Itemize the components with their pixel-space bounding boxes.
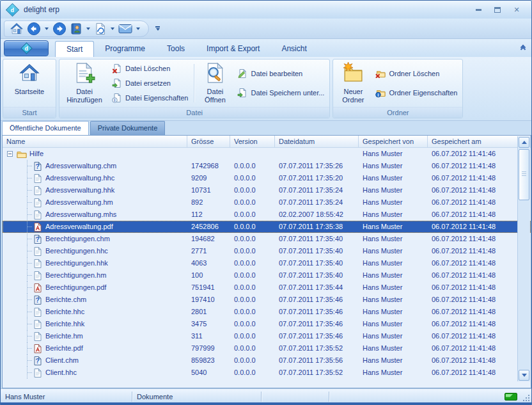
file-row[interactable]: ?Client.chm8598230.0.0.007.07.2011 17:35… <box>3 354 531 367</box>
maximize-button[interactable] <box>492 5 503 14</box>
document-open-icon <box>204 62 226 86</box>
file-row[interactable]: Adressverwaltung.hhk107310.0.0.007.07.20… <box>3 184 531 196</box>
tab-ansicht[interactable]: Ansicht <box>270 41 317 57</box>
file-row[interactable]: Adressverwaltung.mhs1120.0.0.002.02.2007… <box>3 209 531 221</box>
tab-private-dokumente[interactable]: Private Dokumente <box>90 121 166 135</box>
datei-oeffnen-button[interactable]: Datei Öffnen <box>196 60 233 106</box>
datei-speichern-unter-label: Datei Speichern unter... <box>251 89 324 97</box>
svg-text:?: ? <box>36 163 40 170</box>
column-header-groesse[interactable]: Grösse <box>187 136 230 147</box>
column-header-dateidatum[interactable]: Dateidatum <box>275 136 359 147</box>
tab-tools[interactable]: Tools <box>156 41 196 57</box>
back-dropdown-arrow-icon[interactable] <box>45 28 49 30</box>
arrow-down-icon <box>522 374 527 377</box>
tab-import-export[interactable]: Import & Export <box>196 41 270 57</box>
saved-by: Hans Muster <box>359 367 428 379</box>
file-name: Berechtigungen.hhc <box>45 245 108 257</box>
file-row[interactable]: Berechtigungen.hhk40630.0.0.007.07.2011 … <box>3 257 531 269</box>
saved-by: Hans Muster <box>359 209 428 221</box>
name-cell: ?Berichte.chm <box>3 294 187 306</box>
ordner-loeschen-button[interactable]: Ordner Löschen <box>375 67 457 80</box>
file-row[interactable]: ?Berichte.chm1974100.0.0.007.07.2011 17:… <box>3 294 531 306</box>
datei-ersetzen-button[interactable]: Datei ersetzen <box>112 77 188 90</box>
file-version: 0.0.0.0 <box>230 342 275 354</box>
scroll-up-button[interactable] <box>519 137 529 148</box>
column-header-gespeichert-von[interactable]: Gespeichert von <box>359 136 428 147</box>
neuer-ordner-button[interactable]: Neuer Ordner <box>334 60 372 106</box>
document-table: Name Grösse Version Dateidatum Gespeiche… <box>2 135 531 388</box>
vertical-scrollbar[interactable] <box>517 136 530 381</box>
status-bar: Hans Muster Dokumente <box>1 388 531 404</box>
column-header-name[interactable]: Name <box>3 136 187 147</box>
contacts-dropdown-arrow-icon[interactable] <box>86 28 90 30</box>
home-button[interactable] <box>8 21 25 36</box>
saved-by: Hans Muster <box>359 330 428 342</box>
toolbar-options-button[interactable] <box>153 24 162 33</box>
file-row[interactable]: Adressverwaltung.pdf24528060.0.0.007.07.… <box>3 221 531 233</box>
name-cell: Client.hhc <box>3 367 187 379</box>
file-name: Berichte.hhk <box>45 318 84 330</box>
file-row[interactable]: Berechtigungen.hhc27710.0.0.007.07.2011 … <box>3 245 531 257</box>
file-version: 0.0.0.0 <box>230 221 275 233</box>
name-cell: Berechtigungen.pdf <box>3 282 187 294</box>
ribbon-group-start: Startseite Start <box>3 59 56 118</box>
saved-at: 06.07.2012 11:41:48 <box>428 367 531 379</box>
name-cell: Berichte.hm <box>3 330 187 342</box>
file-row[interactable]: Berechtigungen.hm1000.0.0.007.07.2011 17… <box>3 269 531 282</box>
file-name: Berechtigungen.hhk <box>45 257 108 269</box>
mail-dropdown-arrow-icon[interactable] <box>136 28 140 30</box>
close-button[interactable]: ✕ <box>512 5 522 14</box>
home-icon <box>19 62 40 86</box>
file-row[interactable]: ?Berechtigungen.chm1946820.0.0.007.07.20… <box>3 233 531 245</box>
report-dropdown-arrow-icon[interactable] <box>111 28 114 30</box>
mail-button[interactable] <box>117 23 134 35</box>
file-row[interactable]: Adressverwaltung.hhc92090.0.0.007.07.201… <box>3 172 531 184</box>
contacts-button[interactable] <box>68 22 84 36</box>
file-row[interactable]: Client.hhc50400.0.0.007.07.2011 17:35:52… <box>3 367 531 379</box>
file-name: Client.hhc <box>45 367 77 379</box>
svg-text:i: i <box>378 92 379 97</box>
file-row[interactable]: Adressverwaltung.hm8920.0.0.007.07.2011 … <box>3 196 531 209</box>
tab-start[interactable]: Start <box>55 41 94 57</box>
tab-oeffentliche-dokumente[interactable]: Öffentliche Dokumente <box>2 121 89 135</box>
ordner-eigenschaften-button[interactable]: i Ordner Eigenschaften <box>375 86 457 99</box>
scrollbar-thumb[interactable] <box>519 149 529 200</box>
doc-icon <box>33 307 43 317</box>
resize-grip[interactable] <box>522 390 531 403</box>
application-menu-button[interactable]: d <box>4 40 49 56</box>
collapse-toggle[interactable] <box>7 151 13 157</box>
folder-row[interactable]: HilfeHans Muster06.07.2012 11:41:46 <box>3 148 531 160</box>
tree-line <box>27 372 32 373</box>
datei-loeschen-button[interactable]: Datei Löschen <box>112 62 188 75</box>
forward-button[interactable] <box>51 21 68 36</box>
datei-eigenschaften-button[interactable]: i Datei Eigenschaften <box>112 91 188 104</box>
file-row[interactable]: Berichte.hm3110.0.0.007.07.2011 17:35:46… <box>3 330 531 342</box>
saved-by: Hans Muster <box>359 196 428 209</box>
datei-bearbeiten-button[interactable]: Datei bearbeiten <box>237 67 324 80</box>
datei-speichern-unter-button[interactable]: Datei Speichern unter... <box>237 86 324 99</box>
file-row[interactable]: Berichte.hhk34750.0.0.007.07.2011 17:35:… <box>3 318 531 330</box>
collapse-ribbon-button[interactable] <box>521 45 525 51</box>
name-cell: Berichte.hhc <box>3 306 187 318</box>
startseite-button[interactable]: Startseite <box>4 60 54 106</box>
scroll-down-button[interactable] <box>519 370 529 381</box>
app-icon: d <box>6 3 19 16</box>
file-row[interactable]: ?Adressverwaltung.chm17429680.0.0.007.07… <box>3 160 531 172</box>
column-header-version[interactable]: Version <box>230 136 275 147</box>
file-row[interactable]: Berichte.pdf7979990.0.0.007.07.2011 17:3… <box>3 342 531 354</box>
datei-eigenschaften-label: Datei Eigenschaften <box>125 94 188 102</box>
file-row[interactable]: Berechtigungen.pdf7519410.0.0.007.07.201… <box>3 282 531 294</box>
datei-hinzufuegen-button[interactable]: Datei Hinzufügen <box>61 60 108 106</box>
saved-by: Hans Muster <box>359 233 428 245</box>
minimize-button[interactable] <box>473 5 483 14</box>
back-button[interactable] <box>26 21 42 36</box>
tree-line <box>27 275 32 276</box>
quick-access-pill <box>4 20 149 37</box>
tab-programme[interactable]: Programme <box>94 41 156 57</box>
document-save-as-icon <box>237 88 247 98</box>
svg-text:?: ? <box>36 297 40 304</box>
report-button[interactable] <box>93 22 108 36</box>
file-size: 859823 <box>187 354 230 367</box>
column-header-gespeichert-am[interactable]: Gespeichert am <box>428 136 531 147</box>
file-row[interactable]: Berichte.hhc28010.0.0.007.07.2011 17:35:… <box>3 306 531 318</box>
